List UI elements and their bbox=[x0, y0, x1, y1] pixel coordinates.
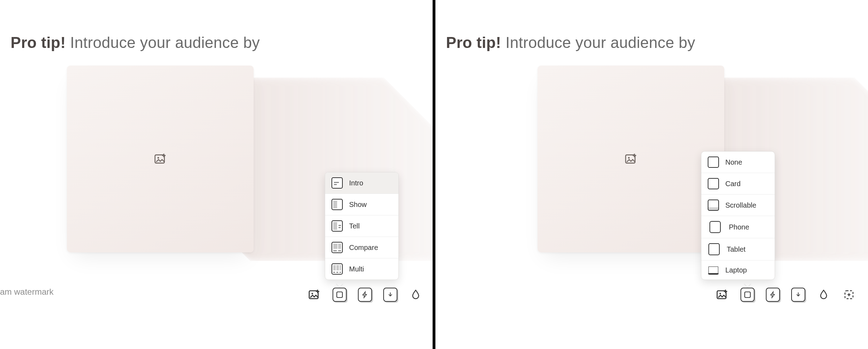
laptop-frame-icon bbox=[708, 265, 719, 275]
canvas-toolbar bbox=[307, 288, 423, 302]
popover-caret-icon bbox=[744, 283, 751, 287]
svg-rect-9 bbox=[745, 292, 750, 298]
add-image-button[interactable] bbox=[307, 288, 321, 302]
image-placeholder-card[interactable] bbox=[538, 66, 724, 252]
watermark-text: am watermark bbox=[0, 287, 54, 297]
show-layout-icon bbox=[331, 199, 343, 210]
layout-type-menu: Intro Show Tell Compare Multi bbox=[325, 172, 399, 280]
frame-option-tablet[interactable]: Tablet bbox=[701, 238, 775, 261]
card-frame-icon bbox=[708, 178, 719, 189]
frame-style-menu: None Card Scrollable Phone Tablet Laptop bbox=[701, 151, 775, 280]
panel-divider bbox=[433, 0, 435, 349]
tablet-frame-icon bbox=[708, 243, 720, 255]
popover-caret-icon bbox=[336, 283, 343, 287]
water-drop-button[interactable] bbox=[817, 288, 831, 302]
layout-option-intro[interactable]: Intro bbox=[325, 172, 398, 194]
menu-item-label: Intro bbox=[349, 179, 363, 187]
none-frame-icon bbox=[708, 157, 719, 168]
add-image-button[interactable] bbox=[715, 288, 729, 302]
frame-option-phone[interactable]: Phone bbox=[701, 216, 775, 238]
tip-rest: Introduce your audience by bbox=[66, 34, 260, 51]
water-drop-button[interactable] bbox=[409, 288, 423, 302]
action-button[interactable] bbox=[766, 288, 780, 302]
frame-option-none[interactable]: None bbox=[701, 152, 775, 173]
svg-point-1 bbox=[157, 157, 159, 159]
image-placeholder-card[interactable] bbox=[67, 66, 254, 252]
layout-option-compare[interactable]: Compare bbox=[325, 237, 398, 258]
menu-item-label: Multi bbox=[349, 265, 364, 273]
add-image-icon bbox=[624, 152, 638, 166]
multi-layout-icon bbox=[331, 263, 343, 275]
svg-point-3 bbox=[311, 293, 313, 294]
menu-item-label: Compare bbox=[349, 244, 378, 252]
compare-layout-icon bbox=[331, 242, 343, 253]
svg-point-8 bbox=[719, 293, 721, 294]
canvas-stage bbox=[14, 56, 338, 275]
frame-option-laptop[interactable]: Laptop bbox=[701, 261, 775, 280]
page-tip: Pro tip! Introduce your audience by bbox=[11, 34, 260, 51]
tip-rest: Introduce your audience by bbox=[501, 34, 695, 51]
tip-bold: Pro tip! bbox=[446, 34, 501, 51]
svg-point-6 bbox=[628, 157, 630, 159]
frame-style-button[interactable] bbox=[333, 288, 347, 302]
scrollable-frame-icon bbox=[708, 200, 719, 211]
frame-option-scrollable[interactable]: Scrollable bbox=[701, 195, 775, 216]
menu-item-label: Phone bbox=[729, 223, 749, 231]
frame-option-card[interactable]: Card bbox=[701, 173, 775, 195]
import-button[interactable] bbox=[383, 288, 397, 302]
panel-left: Pro tip! Introduce your audience by am w… bbox=[0, 0, 433, 349]
page-tip: Pro tip! Introduce your audience by bbox=[446, 34, 695, 51]
layout-option-multi[interactable]: Multi bbox=[325, 258, 398, 280]
tell-layout-icon bbox=[331, 220, 343, 232]
layout-option-show[interactable]: Show bbox=[325, 194, 398, 215]
import-button[interactable] bbox=[791, 288, 805, 302]
action-button[interactable] bbox=[358, 288, 372, 302]
layout-option-tell[interactable]: Tell bbox=[325, 215, 398, 237]
menu-item-label: Tell bbox=[349, 222, 360, 230]
menu-item-label: Scrollable bbox=[725, 201, 756, 209]
add-image-icon bbox=[153, 152, 167, 166]
menu-item-label: Show bbox=[349, 201, 367, 209]
canvas-toolbar bbox=[715, 288, 856, 302]
frame-style-button[interactable] bbox=[740, 288, 755, 302]
tip-bold: Pro tip! bbox=[11, 34, 66, 51]
menu-item-label: None bbox=[725, 158, 742, 166]
menu-item-label: Laptop bbox=[725, 266, 747, 274]
phone-frame-icon bbox=[709, 221, 721, 233]
svg-rect-4 bbox=[337, 292, 342, 298]
menu-item-label: Tablet bbox=[727, 245, 745, 253]
crop-button[interactable] bbox=[842, 288, 856, 302]
intro-layout-icon bbox=[331, 177, 343, 189]
menu-item-label: Card bbox=[725, 180, 740, 188]
panel-right: Pro tip! Introduce your audience by None… bbox=[435, 0, 868, 349]
